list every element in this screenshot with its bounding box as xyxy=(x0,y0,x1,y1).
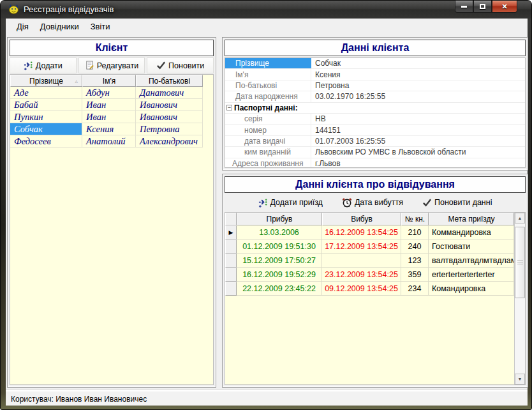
cell-departed[interactable]: 16.12.2009 13:54:25 xyxy=(322,225,401,239)
cell-arrived[interactable]: 16.12.2009 19:52:29 xyxy=(237,268,322,282)
cell-purpose[interactable]: erterterterterterter xyxy=(429,268,514,282)
property-row-firstname[interactable]: Ім'я Ксения xyxy=(225,69,525,80)
cell-surname[interactable]: Пупкин xyxy=(10,111,82,123)
cell-surname[interactable]: Федосеев xyxy=(10,135,82,148)
cell-firstname[interactable]: Анатолий xyxy=(82,135,136,148)
cell-patronymic[interactable]: Данатович xyxy=(136,87,203,99)
client-row-selected[interactable]: Собчак Ксения Петровна xyxy=(10,123,213,135)
visit-row[interactable]: 15.12.2009 17:50:27 123 валтвдалтвдлмтвд… xyxy=(225,254,525,268)
column-header-firstname[interactable]: Ім'я xyxy=(82,75,136,87)
visits-grid-header: Прибув Вибув № кн. Мета приїзду xyxy=(225,213,525,225)
window-controls: ✕ xyxy=(455,1,517,13)
check-icon xyxy=(156,61,166,70)
cell-patronymic[interactable]: Иванович xyxy=(136,111,203,123)
visit-row[interactable]: 16.12.2009 19:52:29 23.12.2009 13:54:25 … xyxy=(225,268,525,282)
sort-ascending-icon: ▵ xyxy=(75,78,78,84)
cell-purpose[interactable]: валтвдалтвдлмтвдламт xyxy=(429,254,514,268)
client-row[interactable]: Федосеев Анатолий Александрович xyxy=(10,135,213,148)
column-header-surname[interactable]: Прізвище ▵ xyxy=(10,75,82,87)
scroll-up-icon: ▲ xyxy=(518,216,522,220)
title-bar[interactable]: Реєстрація відвідувачів ✕ xyxy=(1,1,531,19)
cell-surname-selected[interactable]: Собчак xyxy=(10,123,82,135)
cell-firstname[interactable]: Иван xyxy=(82,99,136,111)
app-cat-icon[interactable] xyxy=(8,4,19,15)
cell-departed[interactable]: 09.12.2009 13:54:25 xyxy=(322,282,401,296)
row-indicator xyxy=(225,254,237,268)
cell-purpose[interactable]: Командировка xyxy=(429,282,514,296)
property-row-surname[interactable]: Прізвище Собчак xyxy=(225,58,525,69)
cell-firstname[interactable]: Абдун xyxy=(82,87,136,99)
property-group-passport[interactable]: − Паспортні данні: xyxy=(225,103,525,114)
vertical-scrollbar[interactable]: ▲ ▼ xyxy=(514,213,525,384)
property-row-passport-series[interactable]: серія НВ xyxy=(225,114,525,125)
minimize-icon xyxy=(461,6,467,8)
menu-item-directories[interactable]: Довідники xyxy=(34,20,85,33)
property-row-address[interactable]: Адреса проживання г.Львов xyxy=(225,158,525,168)
column-header-purpose[interactable]: Мета приїзду xyxy=(429,213,514,225)
row-indicator xyxy=(225,239,237,254)
client-row[interactable]: Пупкин Иван Иванович xyxy=(10,111,213,123)
column-header-book-no[interactable]: № кн. xyxy=(401,213,429,225)
client-row[interactable]: Аде Абдун Данатович xyxy=(10,87,213,99)
collapse-expander-icon[interactable]: − xyxy=(226,105,232,110)
cell-book-no[interactable]: 359 xyxy=(401,268,429,282)
column-header-departed[interactable]: Вибув xyxy=(322,213,401,225)
scrollbar-thumb[interactable] xyxy=(515,227,525,298)
property-row-birthdate[interactable]: Дата народження 03.02.1970 16:25:55 xyxy=(225,91,525,102)
cell-departed[interactable]: 17.12.2009 13:54:25 xyxy=(322,239,401,254)
add-icon xyxy=(24,61,33,70)
cell-surname[interactable]: Аде xyxy=(10,87,82,99)
row-indicator xyxy=(225,282,237,296)
menu-bar: Дія Довідники Звіти xyxy=(6,19,528,34)
cell-departed[interactable]: 23.12.2009 13:54:25 xyxy=(322,268,401,282)
cell-patronymic[interactable]: Иванович xyxy=(136,99,203,111)
cell-purpose[interactable]: Гостювати xyxy=(429,239,514,254)
client-panel-title: Клієнт xyxy=(96,42,128,54)
cell-surname[interactable]: Бабай xyxy=(10,99,82,111)
add-icon xyxy=(258,198,268,208)
refresh-visits-button[interactable]: Поновити данні xyxy=(422,198,492,208)
cell-arrived[interactable]: 22.12.2009 23:45:22 xyxy=(237,282,322,296)
current-row-pointer-icon: ▶ xyxy=(225,225,237,239)
menu-item-action[interactable]: Дія xyxy=(11,20,34,33)
visit-row[interactable]: 01.12.2009 19:51:30 17.12.2009 13:54:25 … xyxy=(225,239,525,254)
cell-arrived[interactable]: 01.12.2009 19:51:30 xyxy=(237,239,322,254)
menu-item-reports[interactable]: Звіти xyxy=(85,20,116,33)
property-row-passport-issued-date[interactable]: дата видачі 01.07.2003 16:25:55 xyxy=(225,136,525,147)
cell-book-no[interactable]: 240 xyxy=(401,239,429,254)
cell-book-no[interactable]: 210 xyxy=(401,225,429,239)
client-row[interactable]: Бабай Иван Иванович xyxy=(10,99,213,111)
details-panel-header: Данні клієнта xyxy=(225,40,526,56)
cell-purpose[interactable]: Коммандировка xyxy=(429,225,514,239)
column-header-arrived[interactable]: Прибув xyxy=(237,213,322,225)
cell-patronymic[interactable]: Петровна xyxy=(136,123,203,135)
visit-row[interactable]: 22.12.2009 23:45:22 09.12.2009 13:54:25 … xyxy=(225,282,525,296)
close-button[interactable]: ✕ xyxy=(492,1,517,13)
cell-arrived[interactable]: 15.12.2009 17:50:27 xyxy=(237,254,322,268)
edit-client-button[interactable]: Редагувати xyxy=(78,57,145,73)
column-header-patronymic[interactable]: По-батькові xyxy=(136,75,203,87)
refresh-client-button[interactable]: Поновити xyxy=(147,57,214,73)
add-arrival-button[interactable]: Додати приїзд xyxy=(258,198,323,208)
minimize-button[interactable] xyxy=(455,1,473,13)
row-indicator xyxy=(225,268,237,282)
cell-firstname[interactable]: Ксения xyxy=(82,123,136,135)
client-grid: Прізвище ▵ Ім'я По-батькові Аде Абдун Да… xyxy=(10,74,214,385)
scroll-down-button[interactable]: ▼ xyxy=(515,374,525,384)
property-row-passport-number[interactable]: номер 144151 xyxy=(225,125,525,135)
cell-book-no[interactable]: 234 xyxy=(401,282,429,296)
add-client-button[interactable]: Додати xyxy=(10,57,77,73)
cell-patronymic[interactable]: Александрович xyxy=(136,135,203,148)
edit-client-label: Редагувати xyxy=(97,61,138,70)
cell-firstname[interactable]: Иван xyxy=(82,111,136,123)
cell-book-no[interactable]: 123 xyxy=(401,254,429,268)
cell-departed[interactable] xyxy=(322,254,401,268)
property-row-passport-issued-by[interactable]: ким виданній Львовским РО УМВС в Львовск… xyxy=(225,147,525,158)
visit-row-current[interactable]: ▶ 13.03.2006 16.12.2009 13:54:25 210 Ком… xyxy=(225,225,525,239)
cell-arrived[interactable]: 13.03.2006 xyxy=(237,225,322,239)
departure-date-button[interactable]: Дата вибуття xyxy=(342,197,403,208)
status-separator xyxy=(6,390,528,391)
scroll-up-button[interactable]: ▲ xyxy=(515,213,525,224)
property-row-patronymic[interactable]: По-батькові Петровна xyxy=(225,80,525,91)
maximize-button[interactable] xyxy=(473,1,492,13)
